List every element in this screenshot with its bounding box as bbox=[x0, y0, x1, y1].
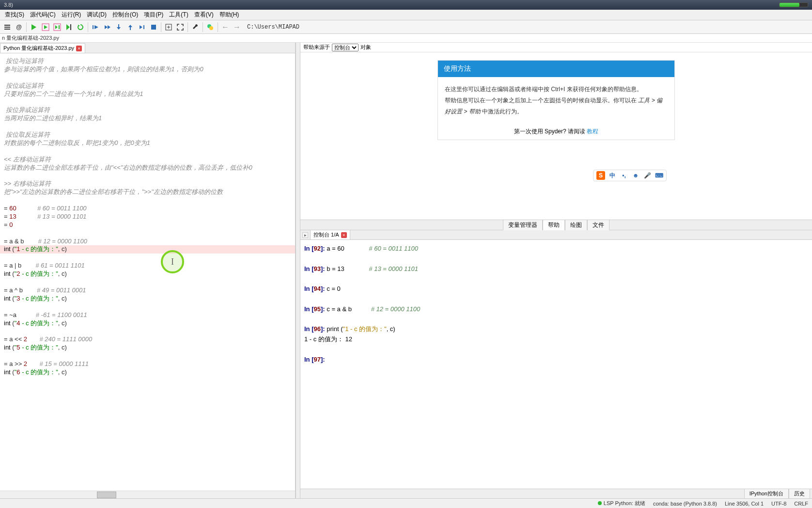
ime-toolbar[interactable]: S 中 •, ☻ 🎤 ⌨ bbox=[593, 170, 667, 181]
editor-line bbox=[0, 172, 295, 180]
help-source-select[interactable]: 控制台 bbox=[332, 44, 359, 51]
close-icon[interactable]: × bbox=[76, 46, 82, 51]
breadcrumb: C:\Users\MIAPAD bbox=[247, 24, 299, 31]
console-tab[interactable]: 控制台 1/A × bbox=[310, 230, 350, 240]
ime-lang[interactable]: 中 bbox=[608, 171, 617, 180]
back-icon[interactable]: ← bbox=[220, 22, 231, 32]
step-into-icon[interactable] bbox=[113, 22, 124, 32]
menu-item[interactable]: 源代码(C) bbox=[27, 10, 59, 20]
ipython-console[interactable]: In [92]: a = 60 # 60 = 0011 1100 In [93]… bbox=[300, 240, 812, 489]
list-icon[interactable] bbox=[2, 22, 13, 32]
editor-line bbox=[0, 196, 295, 205]
editor-line: 只要对应的二个二进位有一个为1时，结果位就为1 bbox=[0, 90, 295, 98]
menu-item[interactable]: 查找(S) bbox=[2, 10, 27, 20]
horizontal-scrollbar[interactable] bbox=[0, 491, 295, 498]
console-bottom-tab[interactable]: IPython控制台 bbox=[744, 489, 789, 499]
editor-line bbox=[0, 98, 295, 106]
help-tab[interactable]: 变量管理器 bbox=[503, 220, 543, 231]
help-header: 帮助来源于 控制台 对象 bbox=[300, 43, 812, 52]
ime-keyboard-icon[interactable]: ⌨ bbox=[655, 171, 663, 180]
tutorial-link[interactable]: 教程 bbox=[587, 128, 598, 135]
svg-rect-20 bbox=[151, 25, 156, 30]
collapse-icon[interactable]: ▸ bbox=[302, 232, 308, 238]
forward-icon[interactable]: → bbox=[232, 22, 242, 32]
console-bottom-tab[interactable]: 历史 bbox=[789, 489, 810, 499]
continue-icon[interactable] bbox=[137, 22, 147, 32]
editor-line: 当两对应的二进位相异时，结果为1 bbox=[0, 114, 295, 123]
status-conda: conda: base (Python 3.8.8) bbox=[653, 501, 717, 507]
run-cell-icon[interactable] bbox=[40, 22, 51, 32]
splitter-handle[interactable] bbox=[296, 43, 300, 498]
menu-item[interactable]: 调试(D) bbox=[84, 10, 109, 20]
titlebar: 3.8) bbox=[0, 0, 812, 10]
help-tab[interactable]: 绘图 bbox=[565, 220, 587, 231]
console-output: 1 - c 的值为： 12 bbox=[304, 334, 808, 345]
editor-line: 把">>"左边的运算数的各二进位全部右移若干位，">>"左边的数指定移动的位数 bbox=[0, 188, 295, 196]
sogou-icon[interactable]: S bbox=[596, 171, 605, 180]
editor-line: 按位异或运算符 bbox=[0, 106, 295, 114]
ime-face-icon[interactable]: ☻ bbox=[631, 171, 640, 180]
console-line: In [95]: c = a & b # 12 = 0000 1100 bbox=[304, 304, 808, 315]
fullscreen-icon[interactable] bbox=[175, 22, 186, 32]
svg-rect-2 bbox=[4, 29, 10, 30]
menubar: 查找(S)源代码(C)运行(R)调试(D)控制台(O)项目(P)工具(T)查看(… bbox=[0, 10, 812, 20]
editor-line: int ("4 - c 的值为：", c) bbox=[0, 319, 295, 328]
editor-line: 按位或运算符 bbox=[0, 82, 295, 90]
menu-item[interactable]: 项目(P) bbox=[141, 10, 166, 20]
editor-line: int ("3 - c 的值为：", c) bbox=[0, 295, 295, 303]
help-card-title: 使用方法 bbox=[438, 61, 674, 77]
help-footer: 第一次使用 Spyder? 请阅读 教程 bbox=[438, 124, 674, 140]
editor-line: int ("6 - c 的值为：", c) bbox=[0, 368, 295, 377]
step-out-icon[interactable] bbox=[125, 22, 136, 32]
editor-tab[interactable]: Python 量化编程基础-2023.py × bbox=[0, 43, 85, 53]
toolbar: @ ← → C:\Users\MIAPAD bbox=[0, 20, 812, 34]
help-object-label: 对象 bbox=[360, 44, 371, 51]
run-selection-icon[interactable] bbox=[63, 22, 74, 32]
svg-marker-18 bbox=[140, 25, 142, 29]
scrollbar-thumb[interactable] bbox=[97, 492, 116, 498]
console-tabs: ▸ 控制台 1/A × bbox=[300, 230, 812, 240]
run-cell-advance-icon[interactable] bbox=[52, 22, 62, 32]
code-editor[interactable]: 按位与运算符参与运算的两个值，如果两个相应位都为1，则该位的结果为1，否则为0 … bbox=[0, 53, 295, 491]
help-source-label: 帮助来源于 bbox=[303, 44, 330, 51]
ime-punct-icon[interactable]: •, bbox=[620, 171, 628, 180]
debug-icon[interactable] bbox=[90, 22, 101, 32]
help-tab[interactable]: 文件 bbox=[587, 220, 609, 231]
editor-tabs: Python 量化编程基础-2023.py × bbox=[0, 43, 295, 53]
menu-item[interactable]: 工具(T) bbox=[166, 10, 191, 20]
svg-marker-13 bbox=[94, 25, 98, 29]
editor-line bbox=[0, 74, 295, 82]
at-icon[interactable]: @ bbox=[14, 22, 24, 32]
console-prompt[interactable]: In [97]: bbox=[304, 345, 808, 365]
menu-item[interactable]: 查看(V) bbox=[191, 10, 217, 20]
editor-line bbox=[0, 303, 295, 311]
svg-marker-11 bbox=[78, 25, 80, 27]
file-path-text: n 量化编程基础-2023.py bbox=[2, 34, 59, 42]
wrench-icon[interactable] bbox=[190, 22, 201, 32]
editor-line: 参与运算的两个值，如果两个相应位都为1，则该位的结果为1，否则为0 bbox=[0, 65, 295, 74]
editor-line: 按位与运算符 bbox=[0, 57, 295, 65]
zoom-icon[interactable] bbox=[163, 22, 174, 32]
ime-mic-icon[interactable]: 🎤 bbox=[643, 171, 652, 180]
console-bottom-tabs: IPython控制台历史 bbox=[300, 489, 812, 498]
help-tabs: 变量管理器帮助绘图文件 bbox=[300, 220, 812, 230]
menu-item[interactable]: 控制台(O) bbox=[109, 10, 141, 20]
status-line: Line 3506, Col 1 bbox=[725, 501, 764, 507]
console-line: In [94]: c = 0 bbox=[304, 284, 808, 294]
close-icon[interactable]: × bbox=[341, 232, 347, 238]
refresh-icon[interactable] bbox=[75, 22, 86, 32]
svg-marker-3 bbox=[31, 24, 36, 30]
run-icon[interactable] bbox=[29, 22, 39, 32]
title-text: 3.8) bbox=[4, 2, 13, 8]
step-icon[interactable] bbox=[102, 22, 112, 32]
stop-icon[interactable] bbox=[148, 22, 159, 32]
menu-item[interactable]: 运行(R) bbox=[59, 10, 84, 20]
svg-rect-12 bbox=[93, 25, 94, 29]
help-body-line1: 在这里你可以通过在编辑器或者终端中按 Ctrl+I 来获得任何对象的帮助信息。 bbox=[445, 84, 668, 95]
help-tab[interactable]: 帮助 bbox=[543, 220, 565, 231]
python-icon[interactable] bbox=[205, 22, 216, 32]
svg-marker-17 bbox=[128, 25, 132, 27]
status-encoding: UTF-8 bbox=[771, 501, 786, 507]
menu-item[interactable]: 帮助(H) bbox=[217, 10, 242, 20]
editor-line: = ~a # -61 = 1100 0011 bbox=[0, 311, 295, 319]
